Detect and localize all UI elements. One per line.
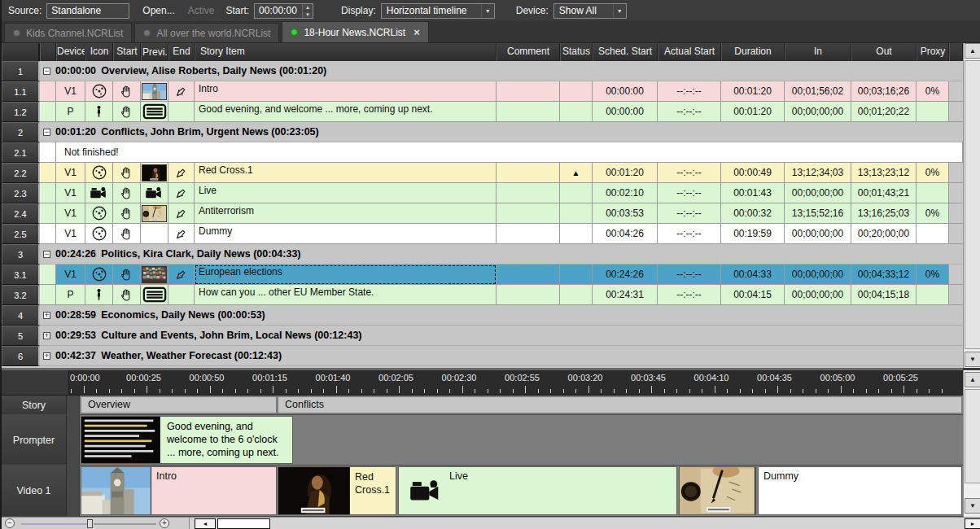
church-thumbnail xyxy=(81,467,151,514)
row-number[interactable]: 5 xyxy=(2,326,40,346)
close-icon[interactable]: × xyxy=(413,28,420,37)
row-number[interactable]: 2.3 xyxy=(2,183,40,203)
expand-icon[interactable]: + xyxy=(43,312,50,319)
timeline-block-dummy[interactable]: Dummy xyxy=(758,466,962,515)
column-header-In[interactable]: In xyxy=(785,43,851,61)
table-row-1.1[interactable]: 1.1V1Intro00:00:00--:--:--00:01:2000;01;… xyxy=(2,81,963,102)
row-number[interactable]: 3 xyxy=(2,244,40,264)
collapse-icon[interactable]: − xyxy=(43,68,50,75)
timeline-ruler[interactable]: 0:00:0000:00:2500:00:5000:01:1500:01:400… xyxy=(2,370,963,396)
group-row-3[interactable]: 3−00:24:26 Politics, Kira Clark, Daily N… xyxy=(2,244,963,264)
column-header-Status[interactable]: Status xyxy=(560,43,593,61)
zoom-in-icon[interactable]: + xyxy=(160,518,169,528)
timeline-block-clip[interactable] xyxy=(679,466,756,515)
timeline-vscroll-thumb[interactable] xyxy=(965,389,980,483)
row-number[interactable]: 6 xyxy=(2,346,40,366)
column-header-Out[interactable]: Out xyxy=(851,43,917,61)
source-input[interactable]: Standalone xyxy=(46,3,129,19)
column-header-Story Item[interactable]: Story Item xyxy=(195,43,497,61)
column-header-Duration[interactable]: Duration xyxy=(721,43,785,61)
scroll-down-button[interactable]: ▼ xyxy=(965,498,980,514)
group-row-5[interactable]: 5+00:29:53 Culture and Events, John Brim… xyxy=(2,326,963,346)
disc-icon xyxy=(85,163,113,183)
column-header-Device[interactable]: Device xyxy=(56,43,85,61)
scroll-up-button[interactable]: ▲ xyxy=(965,43,980,59)
column-header-Actual Start[interactable]: Actual Start xyxy=(658,43,721,61)
group-row-2[interactable]: 2−00:01:20 Conflicts, John Brim, Urgent … xyxy=(2,122,963,142)
collapse-icon[interactable]: − xyxy=(43,129,50,136)
scroll-down-button[interactable]: ▼ xyxy=(965,352,980,367)
disc-icon xyxy=(85,224,113,244)
column-header-Comment[interactable]: Comment xyxy=(497,43,560,61)
timeline-hscroll-thumb[interactable] xyxy=(217,518,270,529)
ruler-tick xyxy=(614,389,615,393)
track-label: Video 1 xyxy=(2,466,67,516)
table-row-1.2[interactable]: 1.2PGood evening, and welcome ... more, … xyxy=(2,102,963,122)
column-header-Start[interactable]: Start xyxy=(113,43,141,61)
row-number[interactable]: 3.1 xyxy=(2,264,40,285)
start-time-value[interactable]: 00:00:00 xyxy=(255,4,302,18)
ruler-tick-label: 00:04:35 xyxy=(757,373,792,383)
row-number[interactable]: 2.4 xyxy=(2,203,40,224)
open-button[interactable]: Open... xyxy=(142,5,174,16)
zoom-slider-track[interactable] xyxy=(94,523,156,525)
group-row-4[interactable]: 4+00:28:59 Economics, Daily News (00:00:… xyxy=(2,305,963,326)
story-item-text: Red Cross.1 xyxy=(199,163,253,176)
tab-bar: Kids Channel.NCRListAll over the world.N… xyxy=(2,21,980,43)
scroll-right-button[interactable]: ► xyxy=(965,518,980,529)
timeline-zoom-widget: − + xyxy=(2,518,190,529)
table-row-2.4[interactable]: 2.4V1Antiterrorism00:03:53--:--:--00:00:… xyxy=(2,203,963,224)
zoom-out-icon[interactable]: − xyxy=(5,518,15,528)
scroll-left-button[interactable]: ◄ xyxy=(195,518,216,529)
row-number[interactable]: 1.2 xyxy=(2,102,40,122)
ruler-tick xyxy=(727,389,728,393)
timeline-vscrollbar[interactable]: ▲ ▼ xyxy=(963,370,980,517)
group-row-1[interactable]: 1−00:00:00 Overview, Alise Roberts, Dail… xyxy=(2,61,963,81)
column-header-Previ...[interactable]: Previ... xyxy=(141,43,168,61)
zoom-slider-track[interactable] xyxy=(21,523,88,525)
device-dropdown[interactable]: Show All ▼ xyxy=(553,3,627,19)
table-row-3.1[interactable]: 3.1V1European elections00:24:26--:--:--0… xyxy=(2,264,963,285)
column-header-Proxy[interactable]: Proxy xyxy=(917,43,949,61)
column-header-Icon[interactable]: Icon xyxy=(85,43,113,61)
spinner-down-icon[interactable]: ▼ xyxy=(303,11,313,18)
timeline-block-red[interactable]: Red Cross.1 xyxy=(278,466,396,515)
tab-all-over-the-world-ncrlist[interactable]: All over the world.NCRList xyxy=(134,23,279,42)
zoom-slider-handle[interactable] xyxy=(87,519,93,528)
display-dropdown[interactable]: Horizontal timeline ▼ xyxy=(381,3,495,19)
row-number[interactable]: 3.2 xyxy=(2,285,40,305)
table-row-3.2[interactable]: 3.2PHow can you ... other EU Member Stat… xyxy=(2,285,963,305)
expand-icon[interactable]: + xyxy=(43,352,50,360)
table-vscrollbar[interactable]: ▲ ▼ xyxy=(963,43,980,368)
timeline-block-overview[interactable]: Overview xyxy=(81,396,277,413)
start-time-input[interactable]: 00:00:00 ▲ ▼ xyxy=(254,3,313,19)
expand-icon[interactable]: + xyxy=(43,332,50,339)
note-row-2.1[interactable]: 2.1Not finished! xyxy=(2,142,963,163)
timeline-block-conflicts[interactable]: Conflicts xyxy=(278,396,962,413)
row-number[interactable]: 4 xyxy=(2,305,40,326)
column-header-Sched. Start[interactable]: Sched. Start xyxy=(593,43,658,61)
row-number[interactable]: 2 xyxy=(2,122,40,142)
tab-18-hour-news-ncrlist[interactable]: 18-Hour News.NCRList× xyxy=(282,21,428,42)
table-row-2.5[interactable]: 2.5V1Dummy00:04:26--:--:--00:19:5900;00;… xyxy=(2,224,963,244)
row-number[interactable]: 1.1 xyxy=(2,81,40,102)
column-header-End[interactable]: End xyxy=(168,43,195,61)
table-vscroll-thumb[interactable] xyxy=(965,60,980,349)
row-number[interactable]: 2.5 xyxy=(2,224,40,244)
timeline-block-intro[interactable]: Intro xyxy=(81,466,277,515)
table-row-2.2[interactable]: 2.2V1Red Cross.1▲00:01:20--:--:--00:00:4… xyxy=(2,163,963,183)
tab-kids-channel-ncrlist[interactable]: Kids Channel.NCRList xyxy=(4,23,132,42)
ruler-tick-label: 00:02:05 xyxy=(378,373,413,383)
row-number[interactable]: 2.1 xyxy=(2,142,40,163)
collapse-icon[interactable]: − xyxy=(43,251,50,258)
spinner-up-icon[interactable]: ▲ xyxy=(303,4,313,11)
row-number[interactable]: 2.2 xyxy=(2,163,40,183)
row-number[interactable]: 1 xyxy=(2,61,40,81)
table-row-2.3[interactable]: 2.3V1Live00:02:10--:--:--00:01:4300;00;0… xyxy=(2,183,963,203)
scroll-up-button[interactable]: ▲ xyxy=(965,372,980,387)
column-header-blank[interactable] xyxy=(2,43,40,61)
column-header-blank[interactable] xyxy=(40,43,56,61)
timeline-block-live[interactable]: Live xyxy=(398,466,677,515)
timeline-block-good[interactable]: Good evening, and welcome to the 6 o'clo… xyxy=(81,416,293,464)
group-row-6[interactable]: 6+00:42:37 Weather, Weather Forecast (00… xyxy=(2,346,963,366)
